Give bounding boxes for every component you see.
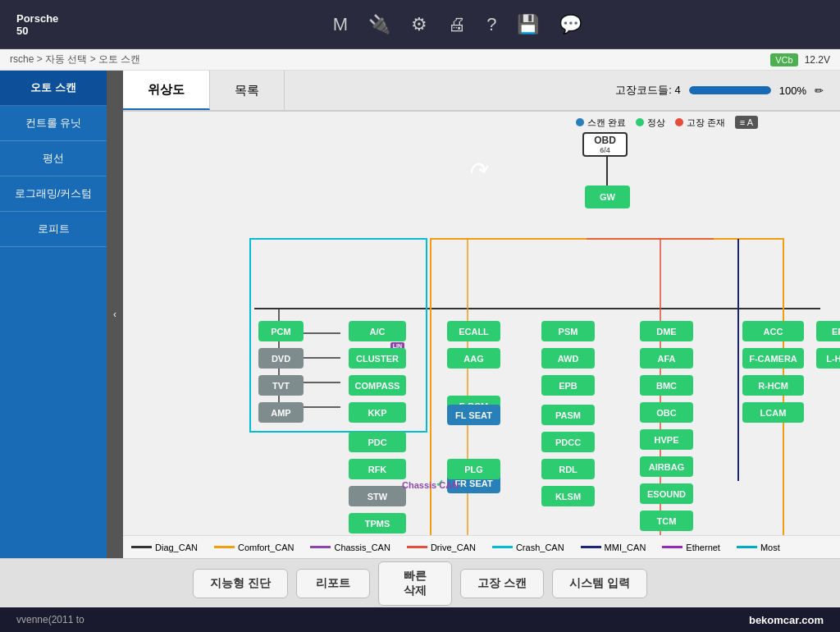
tab-status: 고장코드들: 4 100% ✏ bbox=[615, 83, 824, 98]
node-pasm[interactable]: PASM bbox=[541, 405, 595, 425]
diagnostic-icon[interactable]: 🔌 bbox=[368, 14, 390, 35]
node-compass[interactable]: COMPASS bbox=[349, 375, 406, 396]
quick-delete-button[interactable]: 빠른 삭제 bbox=[378, 561, 452, 606]
sidebar-collapse-button[interactable]: ‹ bbox=[107, 71, 123, 558]
tab-list[interactable]: 목록 bbox=[210, 71, 285, 110]
legend-drive-can: Drive_CAN bbox=[407, 543, 476, 552]
node-afa[interactable]: AFA bbox=[640, 348, 693, 369]
legend-fault: 고장 존재 bbox=[675, 117, 725, 129]
menu-icon[interactable]: ≡ A bbox=[735, 116, 758, 129]
node-kkp[interactable]: KKP bbox=[349, 402, 406, 423]
legend-crash-can: Crash_CAN bbox=[492, 543, 564, 552]
toolbar: Porsche 50 M 🔌 ⚙ 🖨 ? 💾 💬 bbox=[0, 0, 840, 49]
status-bar: vvenne(2011 to bekomcar.com bbox=[0, 607, 840, 632]
node-dvd[interactable]: DVD bbox=[258, 348, 304, 369]
diagram-wrapper: 스캔 완료 정상 고장 존재 ≡ A bbox=[123, 112, 840, 535]
node-esound[interactable]: ESOUND bbox=[640, 483, 693, 504]
breadcrumb: rsche > 자동 선택 > 오토 스캔 VCb 12.2V bbox=[0, 49, 840, 71]
action-bar: 지능형 진단 리포트 빠른 삭제 고장 스캔 시스템 입력 bbox=[0, 558, 840, 607]
legend-label-scan: 스캔 완료 bbox=[587, 117, 626, 129]
node-stw[interactable]: STW bbox=[349, 486, 406, 506]
node-pcm[interactable]: PCM bbox=[258, 321, 304, 341]
node-amp[interactable]: AMP bbox=[258, 402, 304, 423]
print-icon[interactable]: 🖨 bbox=[448, 14, 466, 35]
sidebar-item-auto-scan[interactable]: 오토 스캔 bbox=[0, 71, 107, 106]
node-klsm[interactable]: KLSM bbox=[541, 486, 595, 506]
edit-icon[interactable]: ✏ bbox=[815, 85, 824, 97]
sidebar-item-programming[interactable]: 로그래밍/커스텀 bbox=[0, 176, 107, 212]
legend-chassis-can: Chassis_CAN bbox=[310, 543, 390, 552]
vehicle-info: vvenne(2011 to bbox=[16, 614, 84, 625]
tab-diagram[interactable]: 위상도 bbox=[123, 71, 210, 110]
sidebar: 오토 스캔 컨트롤 유닛 평선 로그래밍/커스텀 로피트 bbox=[0, 71, 107, 558]
node-ac[interactable]: A/C LIN bbox=[349, 321, 406, 341]
mmi-can-label: MMI_CAN bbox=[605, 543, 646, 552]
drive-can-line bbox=[407, 546, 427, 548]
drive-can-label: Drive_CAN bbox=[431, 543, 476, 552]
node-tvt[interactable]: TVT bbox=[258, 375, 304, 396]
node-pdc[interactable]: PDC bbox=[349, 432, 406, 452]
chassis-can-label: Chassis_CAN bbox=[334, 543, 390, 552]
node-tpms[interactable]: TPMS bbox=[349, 513, 406, 534]
legend-normal: 정상 bbox=[636, 117, 665, 129]
most-label: Most bbox=[760, 543, 780, 552]
toolbar-icons: M 🔌 ⚙ 🖨 ? 💾 💬 bbox=[91, 14, 824, 35]
node-lcam[interactable]: LCAM bbox=[742, 402, 804, 423]
legend-label-normal: 정상 bbox=[647, 117, 665, 129]
crash-can-label: Crash_CAN bbox=[516, 543, 564, 552]
node-tcm[interactable]: TCM bbox=[640, 511, 693, 531]
fault-scan-button[interactable]: 고장 스캔 bbox=[460, 569, 544, 598]
report-button[interactable]: 리포트 bbox=[296, 569, 370, 598]
annotation-arrow: ↷ bbox=[463, 154, 492, 188]
node-hvpe[interactable]: HVPE bbox=[640, 429, 693, 450]
intelligent-diagnosis-button[interactable]: 지능형 진단 bbox=[193, 569, 288, 598]
node-f-camera[interactable]: F-CAMERA bbox=[742, 348, 804, 369]
node-dme[interactable]: DME bbox=[640, 321, 693, 341]
node-rfk[interactable]: RFK bbox=[349, 459, 406, 479]
legend-comfort-can: Comfort_CAN bbox=[214, 543, 294, 552]
page-wrapper: Porsche 50 M 🔌 ⚙ 🖨 ? 💾 💬 rsche > 자동 선택 >… bbox=[0, 0, 840, 632]
node-awd[interactable]: AWD bbox=[541, 348, 595, 369]
sidebar-item-pyeonseon[interactable]: 평선 bbox=[0, 141, 107, 176]
node-r-hcm[interactable]: R-HCM bbox=[742, 375, 804, 396]
legend-scan-complete: 스캔 완료 bbox=[576, 117, 626, 129]
node-epb[interactable]: EPB bbox=[541, 375, 595, 396]
node-gw[interactable]: GW bbox=[585, 185, 630, 208]
node-l-hcm[interactable]: L-HCM bbox=[816, 348, 840, 369]
message-icon[interactable]: 💬 bbox=[559, 14, 582, 35]
node-plg[interactable]: PLG bbox=[447, 459, 500, 479]
help-icon[interactable]: ? bbox=[486, 14, 496, 35]
mode-icon[interactable]: M bbox=[333, 14, 348, 35]
sidebar-item-control-unit[interactable]: 컨트롤 유닛 bbox=[0, 106, 107, 141]
node-cluster[interactable]: CLUSTER bbox=[349, 348, 406, 369]
main-content: 위상도 목록 고장코드들: 4 100% ✏ 스캔 완료 bbox=[123, 71, 840, 558]
progress-bar-container bbox=[689, 86, 771, 94]
node-ecall[interactable]: ECALL bbox=[447, 321, 500, 341]
node-fl-seat[interactable]: FL SEAT bbox=[447, 405, 500, 425]
content-row: 오토 스캔 컨트롤 유닛 평선 로그래밍/커스텀 로피트 ‹ 위상도 목록 고장… bbox=[0, 71, 840, 558]
node-psm[interactable]: PSM bbox=[541, 321, 595, 341]
legend-dot-normal bbox=[636, 118, 644, 126]
system-input-button[interactable]: 시스템 입력 bbox=[552, 569, 647, 598]
settings-icon[interactable]: ⚙ bbox=[411, 14, 427, 35]
diag-can-label: Diag_CAN bbox=[155, 543, 198, 552]
legend-most: Most bbox=[737, 543, 780, 552]
node-eps[interactable]: EPS bbox=[816, 321, 840, 341]
node-obc[interactable]: OBC bbox=[640, 402, 693, 423]
node-bmc[interactable]: BMC bbox=[640, 375, 693, 396]
node-airbag[interactable]: AIRBAG bbox=[640, 456, 693, 477]
node-aag[interactable]: AAG bbox=[447, 348, 500, 369]
voltage-display: 12.2V bbox=[805, 54, 830, 66]
legend-dot-fault bbox=[675, 118, 683, 126]
node-acc[interactable]: ACC bbox=[742, 321, 804, 341]
breadcrumb-right: VCb 12.2V bbox=[770, 53, 830, 66]
node-rdl[interactable]: RDL bbox=[541, 459, 595, 479]
fault-code-count: 고장코드들: 4 bbox=[615, 83, 680, 98]
node-obd[interactable]: OBD 6/4 bbox=[582, 132, 628, 157]
legend-label-fault: 고장 존재 bbox=[687, 117, 725, 129]
breadcrumb-path: rsche > 자동 선택 > 오토 스캔 bbox=[10, 53, 140, 66]
sidebar-item-profit[interactable]: 로피트 bbox=[0, 212, 107, 247]
node-pdcc[interactable]: PDCC bbox=[541, 432, 595, 452]
save-icon[interactable]: 💾 bbox=[517, 14, 539, 35]
comfort-can-label: Comfort_CAN bbox=[238, 543, 294, 552]
